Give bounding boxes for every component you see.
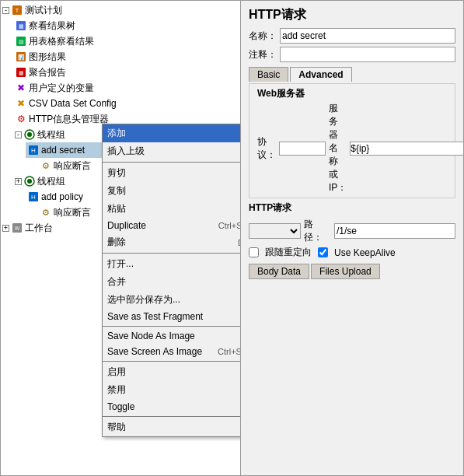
menu-item-toggle[interactable]: Toggle Ctrl-T [103,399,241,415]
main-container: - T 测试计划 ▦ 察看结果树 ▤ 用表格察看结果 [0,0,464,476]
menu-item-insert-parent[interactable]: 插入上级 ▶ [103,142,241,160]
server-input[interactable] [350,142,464,156]
menu-item-open[interactable]: 打开... [103,255,241,273]
svg-point-15 [27,179,32,184]
tree-item-graph[interactable]: 📊 图形结果 [13,49,240,65]
tab-files-upload[interactable]: Files Upload [311,264,380,279]
menu-label: 帮助 [107,421,126,434]
table-icon: ▤ [15,35,27,47]
menu-label: 禁用 [107,383,126,397]
path-label: 路径： [304,218,331,244]
menu-label: Duplicate [107,220,146,231]
resp-icon: ⚙ [40,159,52,172]
menu-item-merge[interactable]: 合并 [103,273,241,291]
keepalive-checkbox[interactable] [318,247,328,257]
menu-item-enable[interactable]: 启用 [103,363,241,381]
keepalive-label: Use KeepAlive [334,247,396,258]
tab-bar: Basic Advanced [241,64,463,82]
tree-label: 察看结果树 [29,19,75,33]
http-icon: ⚙ [15,113,27,125]
menu-separator-4 [103,361,241,362]
svg-text:H: H [31,147,36,154]
menu-item-delete[interactable]: 删除 Delete [103,233,241,251]
tree-label: HTTP信息头管理器 [29,113,109,126]
menu-label: 选中部分保存为... [107,293,180,306]
tree-label: 响应断言 [54,159,91,173]
menu-label: 复制 [107,184,126,198]
tab-body-data[interactable]: Body Data [249,264,309,279]
protocol-input[interactable] [279,142,326,156]
tab-basic[interactable]: Basic [249,67,288,82]
policy-icon: H [27,191,40,203]
expand-icon-thread2[interactable]: + [15,178,22,185]
plan-icon: T [11,4,23,16]
menu-label: 粘贴 [107,202,126,215]
protocol-label: 协议： [257,135,276,162]
menu-label: 插入上级 [107,145,145,158]
menu-item-copy[interactable]: 复制 Ctrl-C [103,182,241,200]
svg-text:▤: ▤ [19,39,24,44]
aggregate-icon: ▦ [15,66,27,79]
tree-label: 聚合报告 [29,66,66,79]
shortcut: Ctrl+Shift-C [218,221,241,230]
menu-item-disable[interactable]: 禁用 [103,381,241,399]
svg-text:▦: ▦ [19,70,24,75]
http-title: HTTP请求 [241,1,463,26]
menu-label: Save Screen As Image [107,346,202,357]
tree-label: 用表格察看结果 [29,35,94,48]
svg-point-11 [27,132,32,137]
menu-item-cut[interactable]: 剪切 Ctrl-X [103,164,241,182]
menu-item-save-partial[interactable]: 选中部分保存为... [103,291,241,309]
req-icon: H [27,144,40,156]
tree-item-csv[interactable]: ✖ CSV Data Set Config [13,96,240,111]
redirect-label: 跟随重定向 [265,246,312,259]
menu-item-save-fragment[interactable]: Save as Test Fragment [103,309,241,324]
menu-item-save-screen-image[interactable]: Save Screen As Image Ctrl+Shift-G [103,344,241,359]
menu-label: 添加 [107,127,126,140]
tree-item-view-tree[interactable]: ▦ 察看结果树 [13,18,240,33]
svg-text:📊: 📊 [18,54,25,61]
checkbox-row: 跟随重定向 Use KeepAlive [249,244,455,261]
menu-item-save-node-image[interactable]: Save Node As Image Ctrl-G [103,328,241,344]
left-panel: - T 测试计划 ▦ 察看结果树 ▤ 用表格察看结果 [0,0,241,476]
tree-label: 线程组 [37,175,65,188]
path-input[interactable] [334,223,455,239]
menu-label: Toggle [107,401,134,412]
tree-label: 线程组 [37,128,65,142]
shortcut: Ctrl-C [240,187,241,196]
menu-item-duplicate[interactable]: Duplicate Ctrl+Shift-C [103,218,241,233]
web-server-title: Web服务器 [257,87,447,100]
tree-label: CSV Data Set Config [29,98,117,109]
var-icon: ✖ [15,82,27,94]
tree-label: add secret [41,145,85,156]
comment-input[interactable] [280,47,455,62]
web-server-section: Web服务器 协议： 服务器名称或IP： [249,83,455,198]
name-row: 名称： [241,26,463,45]
name-input[interactable] [280,28,455,44]
svg-text:T: T [16,7,19,14]
tree-item-user-vars[interactable]: ✖ 用户定义的变量 [13,80,240,96]
tree-item-aggregate[interactable]: ▦ 聚合报告 [13,65,240,80]
method-select[interactable] [249,223,301,239]
server-name-label: 服务器名称或IP： [329,102,347,194]
menu-item-add[interactable]: 添加 ▶ 配置元件 ▶ 定时器 ▶ 前置处理器 ▶ [103,124,241,142]
expand-icon-thread[interactable]: - [15,131,22,138]
resp2-icon: ⚙ [40,206,52,219]
csv-icon: ✖ [15,97,27,110]
menu-item-paste[interactable]: 粘贴 Ctrl-V [103,200,241,218]
menu-label: 打开... [107,257,134,271]
expand-icon-workbench[interactable]: + [2,225,9,232]
thread-icon [23,128,36,141]
shortcut: Ctrl-G [240,331,241,341]
thread2-icon [23,175,36,187]
tree-label: add policy [41,191,83,202]
menu-item-help[interactable]: 帮助 [103,418,241,436]
tree-item-test-plan[interactable]: - T 测试计划 [1,2,240,18]
context-menu: 添加 ▶ 配置元件 ▶ 定时器 ▶ 前置处理器 ▶ [102,124,241,437]
tab-advanced[interactable]: Advanced [290,67,351,82]
shortcut: Delete [238,238,241,247]
tree-item-view-table[interactable]: ▤ 用表格察看结果 [13,33,240,49]
bottom-tabs: Body Data Files Upload [249,264,455,279]
redirect-checkbox[interactable] [249,247,259,257]
expand-icon[interactable]: - [2,7,9,14]
